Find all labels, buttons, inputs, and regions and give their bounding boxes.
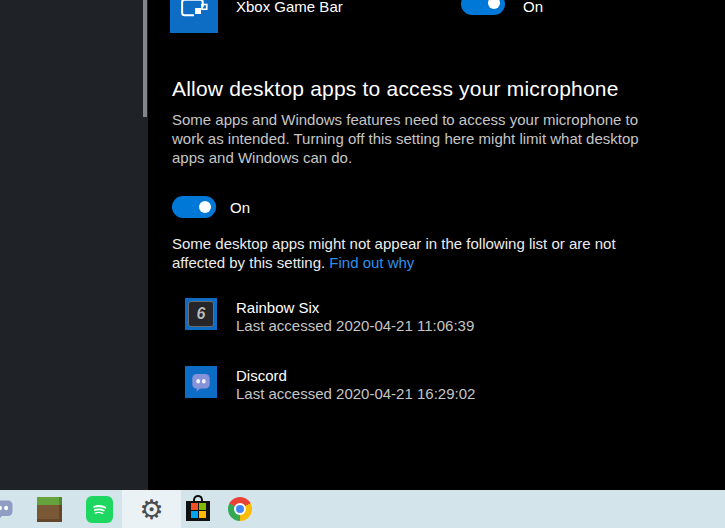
- rainbow-six-icon: 6: [185, 298, 217, 330]
- settings-gear-icon: ⚙: [139, 496, 163, 523]
- note-line1: Some desktop apps might not appear in th…: [172, 235, 616, 252]
- xbox-game-bar-toggle[interactable]: [461, 0, 505, 15]
- app-row-rainbow-six: 6 Rainbow Six Last accessed 2020-04-21 1…: [185, 298, 474, 334]
- section-description: Some apps and Windows features need to a…: [172, 110, 639, 167]
- app-row-discord: Discord Last accessed 2020-04-21 16:29:0…: [185, 366, 475, 402]
- store-bag: [186, 501, 210, 521]
- taskbar-settings-button[interactable]: ⚙: [122, 490, 181, 528]
- chrome-icon-center: [236, 505, 244, 513]
- settings-main-pane: Xbox Game Bar On Allow desktop apps to a…: [148, 0, 725, 490]
- settings-sidebar-panel: [0, 0, 148, 490]
- ms-logo-square-yellow: [199, 511, 206, 518]
- xbox-game-bar-icon: [170, 0, 218, 33]
- chrome-icon-inner-ring: [234, 503, 246, 515]
- chrome-icon: [228, 497, 252, 521]
- taskbar-minecraft-button[interactable]: [37, 490, 62, 528]
- description-line: work as intended. Turning off this setti…: [172, 129, 639, 148]
- spotify-icon: [86, 496, 113, 523]
- app-last-accessed: Last accessed 2020-04-21 16:29:02: [236, 385, 475, 402]
- ms-logo-square-blue: [191, 511, 198, 518]
- page-title: Allow desktop apps to access your microp…: [172, 77, 619, 101]
- taskbar-store-button[interactable]: [186, 490, 210, 528]
- ms-logo-square-green: [199, 503, 206, 510]
- taskbar-discord-button[interactable]: [0, 490, 15, 528]
- app-texts: Rainbow Six Last accessed 2020-04-21 11:…: [236, 298, 474, 334]
- xbox-game-bar-label: Xbox Game Bar: [236, 0, 343, 15]
- taskbar-chrome-button[interactable]: [228, 490, 252, 528]
- taskbar: ⚙: [0, 490, 725, 528]
- discord-logo-glyph: [188, 369, 214, 395]
- find-out-why-link[interactable]: Find out why: [329, 254, 414, 271]
- rainbow-six-logo-glyph: 6: [188, 301, 214, 327]
- toggle-knob: [488, 0, 500, 9]
- app-name: Rainbow Six: [236, 299, 474, 316]
- discord-icon: [0, 497, 15, 521]
- xbox-game-bar-toggle-state: On: [523, 0, 543, 15]
- app-texts: Discord Last accessed 2020-04-21 16:29:0…: [236, 366, 475, 402]
- minecraft-icon: [37, 497, 62, 522]
- note-line2: affected by this setting.: [172, 254, 325, 271]
- discord-icon: [185, 366, 217, 398]
- sidebar-scrollbar-thumb[interactable]: [143, 0, 147, 117]
- microphone-access-toggle-state: On: [230, 199, 250, 216]
- xbox-game-bar-glyph: [179, 0, 209, 24]
- description-line: apps and Windows can do.: [172, 148, 639, 167]
- spotify-waves-glyph: [89, 499, 110, 520]
- desktop-screen: Xbox Game Bar On Allow desktop apps to a…: [0, 0, 725, 528]
- microphone-access-toggle[interactable]: [172, 196, 216, 218]
- taskbar-spotify-button[interactable]: [86, 490, 113, 528]
- microsoft-store-icon: [186, 495, 210, 524]
- toggle-knob: [199, 201, 211, 213]
- app-name: Discord: [236, 367, 475, 384]
- ms-logo-square-red: [191, 503, 198, 510]
- app-last-accessed: Last accessed 2020-04-21 11:06:39: [236, 317, 474, 334]
- note-text: Some desktop apps might not appear in th…: [172, 234, 616, 272]
- description-line: Some apps and Windows features need to a…: [172, 110, 639, 129]
